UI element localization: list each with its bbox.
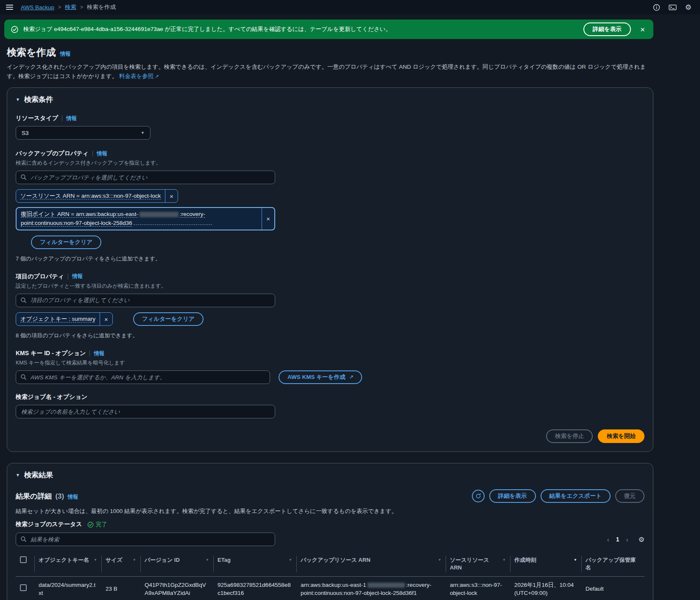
table-row[interactable]: data/2024/summary2.txt 23 B Q41P7th1GpZ2… [16, 576, 644, 600]
item-properties-info-link[interactable]: 情報 [72, 273, 83, 280]
label-divider [68, 274, 68, 280]
search-results-panel: ▼ 検索結果 結果の詳細 (3) 情報 詳細を表示 結果をエクスポート 復元 結… [7, 463, 653, 600]
results-info-link[interactable]: 情報 [67, 493, 78, 501]
cloudshell-terminal-icon[interactable] [669, 4, 677, 11]
sort-caret-icon: ▼ [206, 556, 209, 564]
kms-info-link[interactable]: 情報 [94, 350, 104, 357]
breadcrumb-aws-backup[interactable]: AWS Backup [21, 4, 54, 11]
top-navigation-bar: AWS Backup > 検索 > 検索を作成 ⚙ [0, 0, 700, 14]
collapse-caret-icon: ▼ [16, 473, 20, 477]
page-number[interactable]: 1 [616, 536, 619, 543]
results-section-header[interactable]: ▼ 検索結果 [16, 470, 644, 480]
token-remove-icon[interactable]: × [100, 313, 112, 325]
cell-version-id: Q41P7th1GpZ2GxdBqVA9xAPM8aYZidAi [140, 576, 213, 600]
export-results-button[interactable]: 結果をエクスポート [541, 489, 611, 503]
backup-properties-info-link[interactable]: 情報 [97, 150, 107, 157]
info-icon[interactable] [653, 4, 660, 11]
previous-page-icon[interactable]: ‹ [607, 536, 609, 543]
select-all-checkbox[interactable] [20, 556, 27, 563]
external-link-icon: ↗ [349, 374, 353, 380]
column-header-version-id[interactable]: バージョン ID▼ [140, 552, 213, 576]
table-header-row: オブジェクトキー名▼ サイズ▼ バージョン ID▼ ETag▼ バックアップリソ… [16, 552, 644, 576]
cell-etag: 925a6983278521d664558e8c1becf316 [213, 576, 296, 600]
column-header-etag[interactable]: ETag▼ [213, 552, 296, 576]
row-checkbox[interactable] [20, 584, 27, 591]
cell-backup-arn: arn:aws:backup:us-east-1:recovery-point:… [296, 576, 446, 600]
cell-size: 23 B [101, 576, 140, 600]
redacted-account-id [139, 212, 178, 217]
column-header-size[interactable]: サイズ▼ [101, 552, 140, 576]
chevron-down-icon: ▼ [141, 131, 145, 135]
sort-caret-icon: ▼ [502, 556, 506, 572]
stop-search-button[interactable]: 検索を停止 [546, 429, 593, 443]
results-search-input[interactable] [16, 533, 275, 546]
pricing-link[interactable]: 料金表を参照↗ [119, 73, 159, 79]
sort-caret-icon: ▼ [94, 556, 97, 564]
clear-item-filters-button[interactable]: フィルターをクリア [133, 312, 204, 326]
filter-token-text-prefix: 復旧ポイント ARN = arn:aws:backup:us-east- [21, 211, 138, 217]
success-flashbar: 検索ジョブ e494c647-e984-4dba-a156-3244691e73… [4, 20, 653, 39]
kms-key-search-input[interactable] [16, 370, 270, 384]
item-properties-label: 項目のプロパティ [16, 273, 64, 280]
restore-button[interactable]: 復元 [615, 489, 644, 503]
cell-source-arn: arn:aws:s3:::non-97-object-lock [446, 576, 510, 600]
sort-caret-icon: ▼ [289, 556, 292, 564]
table-preferences-gear-icon[interactable]: ⚙ [639, 536, 644, 544]
kms-hint: KMS キーを指定して検索結果を暗号化します [16, 359, 644, 367]
page-description-text: インデックス化されたバックアップ内の項目を検索します。検索できるのは、インデック… [7, 64, 646, 79]
status-badge: 完了 [87, 521, 107, 528]
resource-type-info-link[interactable]: 情報 [66, 115, 77, 122]
item-properties-hint: 設定したプロパティと一致する項目のみが検索に含まれます。 [16, 283, 644, 290]
label-divider [92, 151, 93, 157]
resource-type-label: リソースタイプ [16, 115, 58, 122]
results-section-title: 検索結果 [24, 470, 53, 480]
menu-hamburger-icon[interactable] [5, 3, 14, 11]
column-header-backup-vault[interactable]: バックアップ保管庫名 [581, 552, 644, 576]
status-text: 完了 [96, 521, 107, 528]
token-remove-icon[interactable]: × [165, 190, 178, 202]
clear-backup-filters-button[interactable]: フィルターをクリア [31, 236, 101, 249]
flash-message: 検索ジョブ e494c647-e984-4dba-a156-3244691e73… [23, 25, 578, 33]
criteria-section-header[interactable]: ▼ 検索条件 [16, 95, 644, 104]
search-job-name-label: 検索ジョブ名 - オプション [16, 393, 87, 401]
sort-caret-icon: ▼ [438, 556, 441, 564]
column-header-source-resource-arn[interactable]: ソースリソース ARN▼ [446, 552, 510, 576]
next-page-icon[interactable]: › [626, 536, 628, 543]
resource-type-select[interactable]: S3 ▼ [16, 126, 151, 140]
results-details-title: 結果の詳細 [16, 491, 52, 501]
criteria-section-title: 検索条件 [24, 95, 53, 104]
create-kms-key-button[interactable]: AWS KMS キーを作成↗ [279, 370, 362, 384]
column-header-object-key[interactable]: オブジェクトキー名▼ [34, 552, 101, 576]
search-job-name-input[interactable] [16, 405, 275, 418]
start-search-button[interactable]: 検索を開始 [598, 429, 644, 443]
show-details-button[interactable]: 詳細を表示 [489, 489, 536, 503]
backup-properties-label: バックアップのプロパティ [16, 150, 89, 157]
search-criteria-panel: ▼ 検索条件 リソースタイプ 情報 S3 ▼ バックアップのプロパティ 情報 検… [7, 87, 653, 452]
filter-token-object-key: オブジェクトキー : summary × [16, 312, 113, 326]
page-title-info-link[interactable]: 情報 [60, 50, 71, 58]
item-properties-remaining-text: 8 個の項目のプロパティをさらに追加できます。 [16, 332, 644, 339]
column-header-backup-resource-arn[interactable]: バックアップリソース ARN▼ [296, 552, 446, 576]
breadcrumb-search[interactable]: 検索 [65, 3, 76, 11]
success-check-icon [11, 26, 18, 33]
sort-caret-icon: ▼ [133, 556, 136, 564]
settings-gear-icon[interactable]: ⚙ [685, 3, 692, 11]
filter-token-recovery-point-arn[interactable]: 復旧ポイント ARN = arn:aws:backup:us-east-:rec… [16, 207, 275, 230]
breadcrumb: AWS Backup > 検索 > 検索を作成 [21, 3, 116, 11]
sort-caret-icon-active: ▼ [574, 556, 577, 564]
column-header-created-time[interactable]: 作成時刻▼ [510, 552, 581, 576]
flash-show-details-button[interactable]: 詳細を表示 [583, 22, 631, 36]
kms-key-label: KMS キー ID - オプション [16, 350, 86, 357]
collapse-caret-icon: ▼ [16, 97, 20, 102]
cell-created-time: 2026年1月16日、10:04 (UTC+09:00) [510, 576, 581, 600]
backup-properties-remaining-text: 7 個のバックアップのプロパティをさらに追加できます。 [16, 255, 644, 263]
results-table: オブジェクトキー名▼ サイズ▼ バージョン ID▼ ETag▼ バックアップリソ… [16, 552, 644, 600]
backup-properties-search-input[interactable] [16, 171, 275, 184]
breadcrumb-separator: > [58, 4, 61, 10]
refresh-button[interactable] [472, 490, 485, 502]
item-properties-search-input[interactable] [16, 294, 275, 307]
token-remove-icon[interactable]: × [262, 208, 274, 230]
flash-close-icon[interactable]: × [636, 25, 649, 34]
filter-token-source-resource-arn: ソースリソース ARN = arn:aws:s3:::non-97-object… [16, 189, 178, 203]
pagination: ‹ 1 › ⚙ [607, 536, 644, 544]
